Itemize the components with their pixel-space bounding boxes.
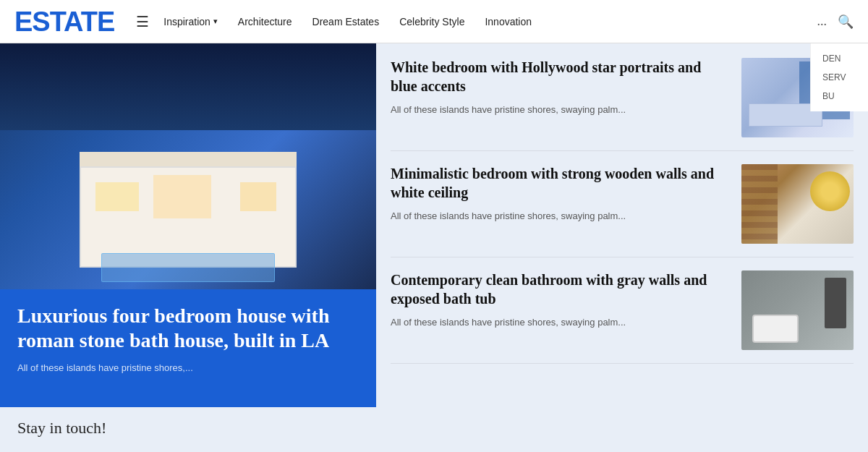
featured-title[interactable]: Luxurious four bedroom house with roman … — [17, 304, 359, 352]
article-text: Contemporary clean bathroom with gray wa… — [391, 270, 730, 330]
nav-inspiration[interactable]: Inspiration — [163, 16, 218, 27]
more-menu-icon[interactable]: ... — [817, 14, 827, 29]
nav-links: Inspiration Architecture Dream Estates C… — [163, 16, 817, 27]
article-title[interactable]: Minimalistic bedroom with strong wooden … — [391, 164, 730, 202]
main-content: Luxurious four bedroom house with roman … — [0, 43, 868, 452]
article-item: White bedroom with Hollywood star portra… — [391, 51, 854, 151]
article-thumbnail[interactable] — [741, 164, 854, 244]
dropdown-item-den[interactable]: DEN — [811, 49, 868, 68]
search-icon[interactable]: 🔍 — [838, 14, 854, 30]
article-title[interactable]: White bedroom with Hollywood star portra… — [391, 58, 730, 95]
nav-celebrity-style[interactable]: Celebrity Style — [399, 16, 464, 27]
article-text: White bedroom with Hollywood star portra… — [391, 58, 730, 117]
nav-dream-estates[interactable]: Dream Estates — [312, 16, 380, 27]
article-excerpt: All of these islands have pristine shore… — [391, 209, 730, 223]
nav-innovation[interactable]: Innovation — [485, 16, 532, 27]
article-thumbnail[interactable] — [741, 270, 854, 350]
article-item: Minimalistic bedroom with strong wooden … — [391, 151, 854, 257]
dropdown-item-serv[interactable]: SERV — [811, 68, 868, 87]
dropdown-overlay: DEN SERV BU — [810, 43, 868, 111]
article-excerpt: All of these islands have pristine shore… — [391, 315, 730, 330]
site-logo[interactable]: ESTATE — [14, 8, 114, 35]
featured-image[interactable] — [0, 43, 376, 289]
articles-section: White bedroom with Hollywood star portra… — [376, 43, 868, 452]
nav-architecture[interactable]: Architecture — [238, 16, 292, 27]
hamburger-icon[interactable]: ☰ — [136, 13, 149, 30]
article-title[interactable]: Contemporary clean bathroom with gray wa… — [391, 270, 730, 308]
stay-in-touch: Stay in touch! — [0, 407, 376, 438]
navbar: ESTATE ☰ Inspiration Architecture Dream … — [0, 0, 868, 43]
featured-text: Luxurious four bedroom house with roman … — [0, 289, 376, 407]
article-text: Minimalistic bedroom with strong wooden … — [391, 164, 730, 223]
article-excerpt: All of these islands have pristine shore… — [391, 103, 730, 117]
featured-section: Luxurious four bedroom house with roman … — [0, 43, 376, 452]
article-item: Contemporary clean bathroom with gray wa… — [391, 257, 854, 364]
dropdown-item-bu[interactable]: BU — [811, 87, 868, 106]
featured-excerpt: All of these islands have pristine shore… — [17, 361, 359, 375]
